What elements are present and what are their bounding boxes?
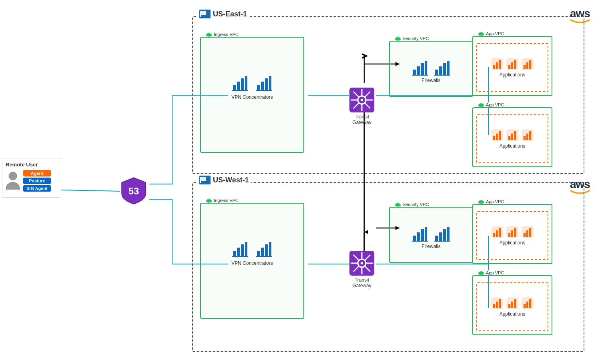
svg-rect-84	[526, 134, 528, 140]
svg-rect-26	[265, 78, 268, 90]
svg-rect-157	[524, 304, 526, 308]
cloud-icon	[206, 32, 212, 37]
svg-rect-138	[511, 230, 513, 237]
svg-rect-20	[237, 82, 240, 90]
svg-rect-19	[233, 85, 236, 90]
svg-rect-50	[439, 66, 442, 75]
svg-rect-52	[447, 61, 449, 75]
svg-rect-126	[447, 227, 449, 241]
svg-rect-59	[493, 65, 495, 69]
east-security-vpc-label: Security VPC	[393, 36, 430, 41]
west-vpn-icons	[201, 240, 303, 257]
route53-icon: 53	[119, 176, 148, 205]
svg-rect-143	[529, 228, 531, 237]
east-app-vpc2-label: App VPC	[476, 102, 506, 107]
west-flag-icon	[199, 176, 211, 184]
svg-rect-123	[435, 236, 438, 241]
east-vpn-icons	[201, 74, 303, 91]
svg-rect-47	[425, 61, 427, 75]
badges-group: Agent Posture SIG Agent	[23, 170, 51, 192]
svg-rect-83	[524, 136, 526, 140]
east-app2-label: Applications	[500, 143, 526, 149]
svg-point-147	[479, 271, 483, 274]
app-icon-6	[521, 129, 534, 142]
svg-rect-96	[245, 242, 247, 256]
svg-rect-64	[511, 62, 513, 69]
cloud-icon-6	[395, 202, 401, 207]
west-app-vpc1-inner: Applications	[476, 211, 548, 260]
west-tgw-label: TransitGateway	[346, 277, 378, 288]
east-ingress-vpc-label: Ingress VPC	[204, 32, 240, 37]
svg-rect-159	[529, 299, 531, 308]
west-region-name: US-West-1	[213, 176, 249, 184]
svg-rect-151	[499, 299, 501, 308]
east-app-vpc2: App VPC	[472, 107, 552, 167]
west-app1-icons	[491, 226, 534, 238]
sig-badge: SIG Agent	[23, 185, 51, 192]
svg-rect-80	[511, 134, 513, 140]
svg-rect-121	[425, 227, 427, 241]
person-icon	[6, 171, 20, 190]
west-app-icon-3	[521, 226, 534, 238]
svg-rect-98	[257, 251, 260, 256]
svg-text:53: 53	[128, 186, 139, 196]
svg-point-131	[479, 200, 483, 202]
west-app-icon-1	[491, 226, 504, 238]
svg-rect-22	[245, 76, 247, 90]
diagram: aws aws Remote User Agent Posture SIG Ag…	[0, 0, 614, 364]
svg-rect-142	[526, 230, 528, 237]
cloud-icon-3	[478, 32, 484, 36]
svg-rect-120	[421, 229, 424, 241]
west-app1-label: Applications	[500, 240, 526, 246]
east-tgw-icon	[349, 87, 375, 113]
west-app2-label: Applications	[500, 311, 526, 317]
east-firewall-label: Firewalls	[390, 78, 472, 83]
east-app-vpc1-label: App VPC	[476, 31, 506, 36]
svg-point-31	[361, 99, 363, 101]
west-app-vpc2-label: App VPC	[476, 270, 506, 275]
app-icon-3	[521, 58, 534, 70]
svg-rect-76	[496, 134, 498, 140]
east-app1-label: Applications	[500, 72, 526, 78]
east-security-vpc: Security VPC Firewalls	[389, 41, 473, 97]
west-firewall-icons	[390, 224, 472, 242]
app-icon-1	[491, 58, 504, 70]
west-vpn-icon-1	[231, 240, 249, 257]
vpn-icon-1	[231, 74, 249, 91]
west-tgw-container: TransitGateway	[346, 250, 378, 288]
svg-rect-75	[493, 136, 495, 140]
east-app2-icons	[491, 129, 534, 142]
svg-rect-141	[524, 233, 526, 237]
svg-rect-150	[496, 302, 498, 308]
svg-rect-67	[524, 65, 526, 69]
west-firewall-label: Firewalls	[390, 244, 472, 249]
east-flag-icon	[199, 10, 211, 18]
vpn-icon-2	[255, 74, 273, 91]
svg-rect-27	[269, 76, 271, 90]
route53-container: 53	[119, 176, 148, 205]
svg-rect-149	[493, 304, 495, 308]
remote-user-title: Remote User	[6, 162, 58, 168]
svg-rect-94	[237, 248, 240, 256]
svg-rect-21	[241, 78, 244, 90]
svg-rect-99	[261, 248, 264, 256]
svg-point-92	[207, 198, 211, 201]
cloud-icon-7	[478, 200, 484, 204]
svg-point-57	[479, 32, 483, 34]
west-app-icon-2	[506, 226, 519, 238]
svg-rect-100	[265, 244, 268, 256]
svg-rect-61	[499, 60, 501, 69]
svg-point-117	[396, 202, 400, 205]
svg-rect-125	[443, 229, 446, 241]
svg-rect-81	[514, 131, 516, 140]
svg-rect-119	[417, 232, 420, 241]
svg-rect-24	[257, 85, 260, 90]
west-app-vpc1: App VPC	[472, 204, 552, 264]
svg-rect-49	[435, 70, 438, 75]
svg-rect-135	[499, 228, 501, 237]
east-region-name: US-East-1	[213, 10, 247, 18]
west-app-icon-5	[506, 297, 519, 310]
west-app-icon-4	[491, 297, 504, 310]
svg-rect-44	[413, 70, 416, 75]
east-app-vpc1-inner: Applications	[476, 43, 548, 92]
